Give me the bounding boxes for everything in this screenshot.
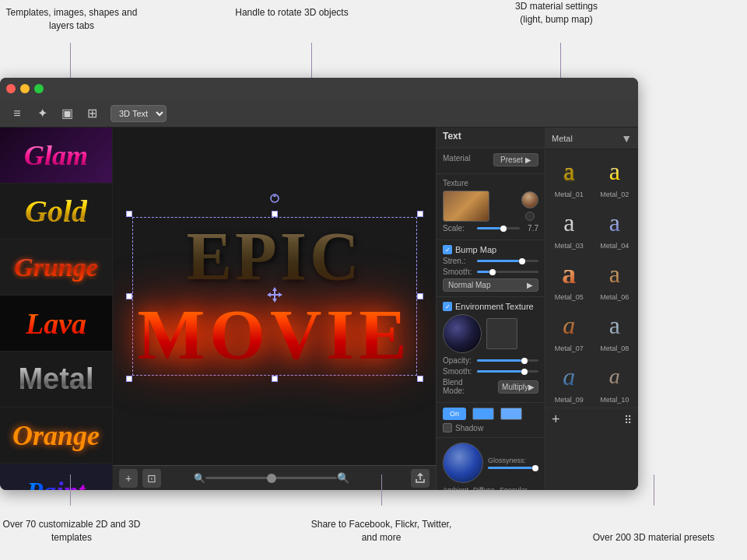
- arrow-line-top-center: [311, 43, 312, 82]
- on-toggle-button[interactable]: On: [443, 408, 466, 420]
- env-texture-checkbox[interactable]: ✓: [443, 302, 452, 311]
- bump-map-checkbox[interactable]: ✓: [443, 245, 452, 254]
- smooth2-slider[interactable]: [477, 370, 538, 373]
- title-bar: [0, 78, 638, 100]
- smooth2-label: Smooth:: [443, 367, 474, 376]
- arrow-line-bottom-center: [381, 474, 382, 506]
- lighting-sphere: [443, 443, 483, 483]
- template-grunge[interactable]: Grunge: [0, 240, 112, 296]
- mode-select[interactable]: 3D Text: [110, 105, 167, 122]
- material-metal05[interactable]: a Metal_05: [547, 254, 591, 303]
- canvas-viewport[interactable]: EPIC MOVIE: [113, 128, 436, 465]
- panel-title: Text: [443, 131, 538, 142]
- texture-color-2[interactable]: [525, 212, 535, 221]
- material-name-10: Metal_10: [600, 396, 629, 404]
- template-orange[interactable]: Orange: [0, 408, 112, 464]
- template-glam[interactable]: Glam: [0, 128, 112, 184]
- handle-tc[interactable]: [272, 211, 278, 217]
- add-material-button[interactable]: +: [552, 411, 560, 428]
- blend-mode-button[interactable]: Multiply ▶: [498, 380, 538, 394]
- texture-color-1[interactable]: [521, 191, 538, 208]
- layers-icon[interactable]: ⊞: [81, 103, 103, 124]
- template-gold[interactable]: Gold: [0, 184, 112, 240]
- material-metal08[interactable]: a Metal_08: [593, 305, 637, 355]
- env-texture-label: Environment Texture: [455, 302, 534, 311]
- strength-row: Stren.:: [443, 257, 538, 265]
- zoom-track[interactable]: [205, 477, 337, 479]
- arrow-line-top-left: [70, 43, 71, 82]
- strength-slider[interactable]: [477, 260, 538, 262]
- material-metal01[interactable]: a Metal_01: [547, 151, 591, 201]
- opacity-label: Opacity:: [443, 356, 474, 365]
- material-metal02[interactable]: a Metal_02: [593, 151, 637, 201]
- annotation-bottom-center: Share to Facebook, Flickr, Twitter, and …: [303, 518, 459, 544]
- handle-bl[interactable]: [126, 376, 132, 382]
- handle-bc[interactable]: [272, 376, 278, 382]
- glossiness-section: Glossyness: Ambient: [437, 438, 545, 490]
- epic-text: EPIC: [186, 222, 362, 291]
- material-name-02: Metal_02: [600, 191, 629, 198]
- handle-tl[interactable]: [126, 211, 132, 217]
- env-sphere-preview[interactable]: [443, 314, 482, 353]
- material-metal06[interactable]: a Metal_06: [593, 254, 637, 303]
- share-button[interactable]: [411, 469, 430, 488]
- smooth-row: Smooth:: [443, 268, 538, 276]
- material-name-06: Metal_06: [600, 293, 629, 301]
- material-metal07[interactable]: a Metal_07: [547, 305, 591, 355]
- texture-preview[interactable]: [443, 191, 489, 222]
- preset-button[interactable]: Preset ▶: [493, 153, 538, 166]
- image-icon[interactable]: ▣: [56, 103, 78, 124]
- scale-label: Scale:: [443, 224, 474, 233]
- on-color-box[interactable]: [472, 408, 494, 420]
- grid-icon[interactable]: ≡: [6, 103, 28, 124]
- add-canvas-btn[interactable]: +: [119, 469, 138, 488]
- traffic-lights: [6, 84, 44, 93]
- on-color-box2[interactable]: [500, 408, 522, 420]
- materials-title: Metal: [552, 134, 573, 143]
- material-metal10[interactable]: a Metal_10: [593, 356, 637, 406]
- blend-mode-label: Blend Mode:: [443, 378, 474, 395]
- glossiness-slider[interactable]: [488, 467, 538, 469]
- annotation-bottom-left: Over 70 customizable 2D and 3D templates: [2, 518, 142, 544]
- bump-map-section: ✓ Bump Map Stren.: Smooth:: [437, 240, 545, 297]
- zoom-out-icon[interactable]: 🔍: [194, 473, 205, 484]
- zoom-in-icon[interactable]: 🔍: [337, 472, 349, 484]
- grid-view-button[interactable]: ⠿: [624, 414, 632, 426]
- scale-value: 7.7: [523, 224, 538, 233]
- shadow-checkbox[interactable]: [443, 423, 452, 432]
- scale-slider[interactable]: [477, 227, 520, 229]
- minimize-button[interactable]: [20, 84, 30, 93]
- diffuse-label: Diffuse: [473, 486, 495, 490]
- material-thumb-06: a: [597, 256, 633, 292]
- template-metal[interactable]: Metal: [0, 352, 112, 408]
- normal-map-button[interactable]: Normal Map ▶: [443, 278, 538, 292]
- material-metal04[interactable]: a Metal_04: [593, 202, 637, 252]
- opacity-slider[interactable]: [477, 359, 538, 362]
- smooth-slider[interactable]: [477, 271, 538, 273]
- handle-br[interactable]: [417, 376, 423, 382]
- texture-label: Texture: [443, 179, 538, 187]
- material-metal03[interactable]: a Metal_03: [547, 202, 591, 252]
- on-shadow-section: On Shadow: [437, 403, 545, 438]
- handle-mr[interactable]: [417, 293, 423, 299]
- image-canvas-btn[interactable]: ⊡: [142, 469, 161, 488]
- rotate-handle[interactable]: [268, 192, 281, 207]
- chevron-icon: ▶: [525, 156, 531, 164]
- material-section: Material Preset ▶: [437, 149, 545, 174]
- material-thumb-10: a: [597, 359, 633, 394]
- materials-chevron-icon: ▼: [621, 132, 632, 145]
- material-thumb-05: a: [551, 256, 587, 292]
- material-name-03: Metal_03: [555, 242, 584, 250]
- template-paint[interactable]: Paint: [0, 464, 112, 490]
- env-map-preview[interactable]: [486, 318, 517, 349]
- material-thumb-01: a: [551, 153, 587, 189]
- maximize-button[interactable]: [34, 84, 44, 93]
- handle-tr[interactable]: [417, 211, 423, 217]
- close-button[interactable]: [6, 84, 16, 93]
- material-name-09: Metal_09: [555, 396, 584, 404]
- material-thumb-04: a: [597, 205, 633, 240]
- material-metal09[interactable]: a Metal_09: [547, 356, 591, 406]
- handle-ml[interactable]: [126, 293, 132, 299]
- gear-icon[interactable]: ✦: [31, 103, 53, 124]
- template-lava[interactable]: Lava: [0, 296, 112, 352]
